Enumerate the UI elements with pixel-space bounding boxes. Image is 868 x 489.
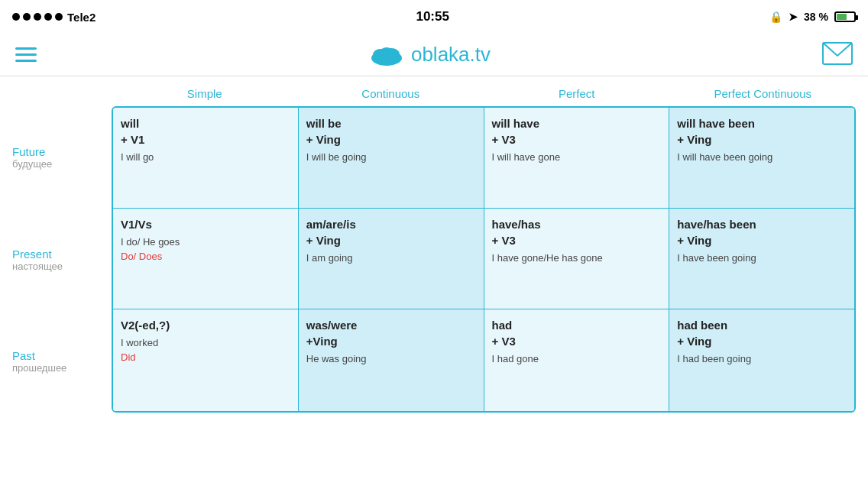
cell-example-2-2: I had gone (492, 352, 662, 366)
cell-example-2-3: I had been going (677, 352, 847, 366)
row-sub-1: настоящее (12, 261, 105, 272)
location-icon: ➤ (789, 11, 798, 23)
mail-icon (822, 42, 853, 65)
carrier-label: Tele2 (67, 11, 96, 24)
col-header-perfect: Perfect (484, 84, 670, 103)
row-sub-2: прошедшее (12, 362, 105, 374)
cell-example-0-3: I will have been going (677, 151, 847, 164)
cell-2-2: had+ V3I had gone (484, 309, 670, 411)
cell-formula2-1-1: + Ving (306, 234, 341, 247)
logo-area: oblaka.tv (368, 43, 491, 67)
signal-dots (12, 13, 63, 21)
cell-1-1: am/are/is+ VingI am going (299, 209, 484, 309)
cell-example-0-2: I will have gone (492, 151, 662, 164)
cell-1-2: have/has+ V3I have gone/He has gone (484, 209, 670, 309)
cell-formula-1-3: have/has been (677, 218, 756, 231)
mail-button[interactable] (822, 42, 853, 68)
col-header-continuous: Continuous (298, 84, 484, 103)
cell-formula-0-2: will have (492, 117, 540, 130)
cell-formula2-0-2: + V3 (492, 133, 516, 146)
cell-example-1-2: I have gone/He has gone (492, 251, 662, 265)
grid-row-present: V1/VsI do/ He goesDo/ Doesam/are/is+ Vin… (113, 209, 854, 309)
status-left: Tele2 (12, 11, 96, 24)
cell-formula2-2-3: + Ving (677, 335, 711, 348)
cell-example-2-1: He was going (306, 352, 476, 366)
svg-point-3 (380, 47, 394, 58)
main-content: Simple Continuous Perfect Perfect Contin… (0, 76, 868, 413)
row-title-0: Future (12, 145, 105, 158)
hamburger-menu[interactable] (15, 47, 37, 62)
cell-formula2-1-3: + Ving (677, 234, 711, 247)
cell-formula2-2-1: +Ving (306, 335, 338, 348)
logo-text: oblaka.tv (411, 43, 491, 66)
cell-1-3: have/has been+ VingI have been going (669, 209, 854, 309)
row-title-2: Past (12, 349, 105, 362)
col-header-simple: Simple (112, 84, 298, 103)
cell-0-2: will have+ V3I will have gone (484, 108, 670, 208)
cell-example-0-1: I will be going (306, 151, 476, 164)
time-display: 10:55 (416, 9, 449, 24)
cell-0-3: will have been+ VingI will have been goi… (669, 108, 854, 208)
cell-example-1-0: I do/ He goes (121, 235, 290, 249)
row-label-present: Present настоящее (12, 209, 112, 311)
cell-aux-2-0: Did (121, 351, 290, 363)
cell-formula-0-0: will (121, 117, 139, 130)
tense-grid: Future будущее Present настоящее Past пр… (12, 106, 856, 413)
nav-bar: oblaka.tv (0, 34, 868, 76)
cell-2-3: had been+ VingI had been going (669, 309, 854, 411)
status-right: 🔒 ➤ 38 % (769, 11, 856, 23)
cell-aux-1-0: Do/ Does (121, 251, 290, 262)
cell-formula-1-1: am/are/is (306, 218, 356, 231)
cell-formula2-2-2: + V3 (492, 335, 516, 348)
cell-formula2-0-3: + Ving (677, 133, 711, 146)
cell-2-1: was/were+VingHe was going (299, 309, 484, 411)
cell-2-0: V2(-ed,?)I workedDid (113, 309, 299, 411)
cell-formula2-0-0: + V1 (121, 133, 144, 146)
cell-formula2-0-1: + Ving (306, 133, 341, 146)
grid-row-past: V2(-ed,?)I workedDidwas/were+VingHe was … (113, 309, 854, 411)
logo-cloud-icon (368, 43, 405, 67)
cell-example-0-0: I will go (121, 151, 290, 164)
cell-formula-2-1: was/were (306, 319, 358, 332)
col-header-perfect-continuous: Perfect Continuous (670, 84, 857, 103)
row-label-future: Future будущее (12, 106, 112, 209)
cell-formula-0-3: will have been (677, 117, 755, 130)
cell-formula-1-2: have/has (492, 218, 541, 231)
cell-formula-2-0: V2(-ed,?) (121, 319, 170, 332)
row-title-1: Present (12, 248, 105, 261)
lock-icon: 🔒 (769, 11, 782, 23)
cell-example-2-0: I worked (121, 336, 290, 350)
cell-example-1-1: I am going (306, 251, 476, 265)
grid: will+ V1I will gowill be+ VingI will be … (112, 106, 856, 413)
cell-formula-2-2: had (492, 319, 513, 332)
cell-formula-0-1: will be (306, 117, 342, 130)
status-bar: Tele2 10:55 🔒 ➤ 38 % (0, 0, 868, 34)
row-label-past: Past прошедшее (12, 310, 112, 413)
battery-icon (834, 11, 856, 22)
cell-0-0: will+ V1I will go (113, 108, 299, 208)
row-labels: Future будущее Present настоящее Past пр… (12, 106, 112, 413)
cell-1-0: V1/VsI do/ He goesDo/ Does (113, 209, 299, 309)
cell-formula2-1-2: + V3 (492, 234, 516, 247)
cell-0-1: will be+ VingI will be going (299, 108, 484, 208)
row-sub-0: будущее (12, 158, 105, 170)
grid-row-future: will+ V1I will gowill be+ VingI will be … (113, 108, 854, 209)
column-headers: Simple Continuous Perfect Perfect Contin… (112, 84, 856, 103)
cell-formula-1-0: V1/Vs (121, 218, 152, 231)
cell-example-1-3: I have been going (677, 251, 847, 265)
cell-formula-2-3: had been (677, 319, 727, 332)
battery-percent: 38 % (804, 11, 828, 23)
